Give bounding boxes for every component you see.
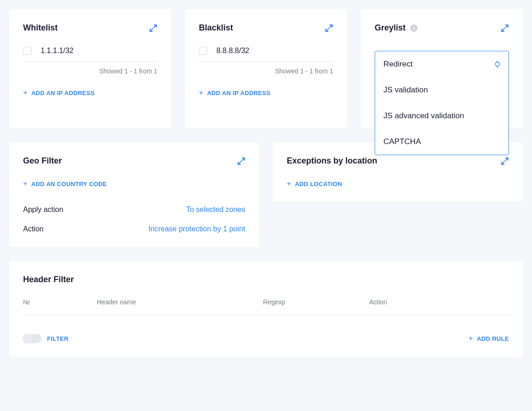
headerfilter-card: Header Filter № Header name Regexp Actio… <box>9 261 523 357</box>
col-header-name: Header name <box>97 298 263 306</box>
add-country-label: ADD AN COUNTRY CODE <box>31 181 107 187</box>
greylist-card: Greylist i Redirect JS validation JS adv… <box>361 9 523 128</box>
col-num: № <box>23 298 97 306</box>
add-ip-label: ADD AN IP ADDRESS <box>31 90 95 97</box>
greylist-title: Greylist i <box>375 23 418 33</box>
exceptions-header: Exceptions by location <box>287 156 509 166</box>
geofilter-apply-action-label: Apply action <box>23 206 63 214</box>
whitelist-title: Whitelist <box>23 23 58 33</box>
greylist-title-text: Greylist <box>375 23 406 33</box>
expand-icon[interactable] <box>237 157 245 165</box>
whitelist-card: Whitelist 1.1.1.1/32 Showed 1 - 1 from 1… <box>9 9 171 128</box>
expand-icon[interactable] <box>149 24 157 32</box>
headerfilter-footer: FILTER + ADD RULE <box>23 334 509 343</box>
plus-icon: + <box>469 334 473 343</box>
info-icon[interactable]: i <box>410 24 418 32</box>
add-location-button[interactable]: + ADD LOCATION <box>287 180 342 188</box>
exceptions-title: Exceptions by location <box>287 156 377 166</box>
expand-icon[interactable] <box>325 24 333 32</box>
blacklist-ip-checkbox[interactable] <box>199 47 207 55</box>
whitelist-ip-row: 1.1.1.1/32 <box>23 47 157 62</box>
geofilter-card: Geo Filter + ADD AN COUNTRY CODE Apply a… <box>9 142 259 247</box>
blacklist-header: Blacklist <box>199 23 333 33</box>
geofilter-apply-action-value[interactable]: To selected zones <box>186 206 245 214</box>
blacklist-ip-row: 8.8.8.8/32 <box>199 47 333 62</box>
greylist-option-captcha[interactable]: CAPTCHA <box>375 129 508 155</box>
greylist-option-redirect[interactable]: Redirect <box>375 51 508 77</box>
geofilter-action-label: Action <box>23 225 43 233</box>
filter-toggle[interactable] <box>23 334 42 343</box>
plus-icon: + <box>199 89 203 97</box>
add-location-label: ADD LOCATION <box>295 181 342 187</box>
greylist-option-js-advanced[interactable]: JS advanced validation <box>375 103 508 129</box>
plus-icon: + <box>23 180 28 188</box>
col-regexp: Regexp <box>263 298 369 306</box>
whitelist-ip-checkbox[interactable] <box>23 47 31 55</box>
add-country-button[interactable]: + ADD AN COUNTRY CODE <box>23 180 107 188</box>
greylist-option-label: JS advanced validation <box>383 111 464 121</box>
geofilter-action-value[interactable]: Increase protection by 1 point <box>149 225 245 233</box>
geofilter-apply-action-row: Apply action To selected zones <box>23 206 245 214</box>
greylist-dropdown[interactable]: Redirect JS validation JS advanced valid… <box>375 51 509 155</box>
greylist-header: Greylist i <box>375 23 509 33</box>
greylist-option-js-validation[interactable]: JS validation <box>375 77 508 103</box>
blacklist-ip-text: 8.8.8.8/32 <box>216 47 249 55</box>
blacklist-title: Blacklist <box>199 23 233 33</box>
headerfilter-table-header: № Header name Regexp Action <box>23 298 509 315</box>
col-action: Action <box>369 298 509 306</box>
headerfilter-title: Header Filter <box>23 275 74 284</box>
add-ip-button[interactable]: + ADD AN IP ADDRESS <box>199 89 270 97</box>
greylist-option-label: JS validation <box>383 85 428 95</box>
add-rule-label: ADD RULE <box>477 335 509 342</box>
greylist-option-label: CAPTCHA <box>383 137 421 146</box>
plus-icon: + <box>23 89 28 97</box>
whitelist-header: Whitelist <box>23 23 157 33</box>
blacklist-showed-text: Showed 1 - 1 from 1 <box>199 67 333 75</box>
geofilter-header: Geo Filter <box>23 156 245 166</box>
headerfilter-header: Header Filter <box>23 275 509 284</box>
add-rule-button[interactable]: + ADD RULE <box>469 334 509 343</box>
blacklist-card: Blacklist 8.8.8.8/32 Showed 1 - 1 from 1… <box>185 9 347 128</box>
plus-icon: + <box>287 180 292 188</box>
greylist-option-label: Redirect <box>383 60 412 69</box>
add-ip-button[interactable]: + ADD AN IP ADDRESS <box>23 89 95 97</box>
whitelist-ip-text: 1.1.1.1/32 <box>41 47 73 55</box>
filter-label: FILTER <box>47 335 68 342</box>
filter-toggle-group: FILTER <box>23 334 68 343</box>
whitelist-showed-text: Showed 1 - 1 from 1 <box>23 67 157 75</box>
geofilter-action-row: Action Increase protection by 1 point <box>23 225 245 233</box>
expand-icon[interactable] <box>501 157 509 165</box>
geofilter-title: Geo Filter <box>23 156 62 166</box>
select-arrows-icon <box>495 61 500 67</box>
add-ip-label: ADD AN IP ADDRESS <box>207 90 271 97</box>
expand-icon[interactable] <box>501 24 509 32</box>
